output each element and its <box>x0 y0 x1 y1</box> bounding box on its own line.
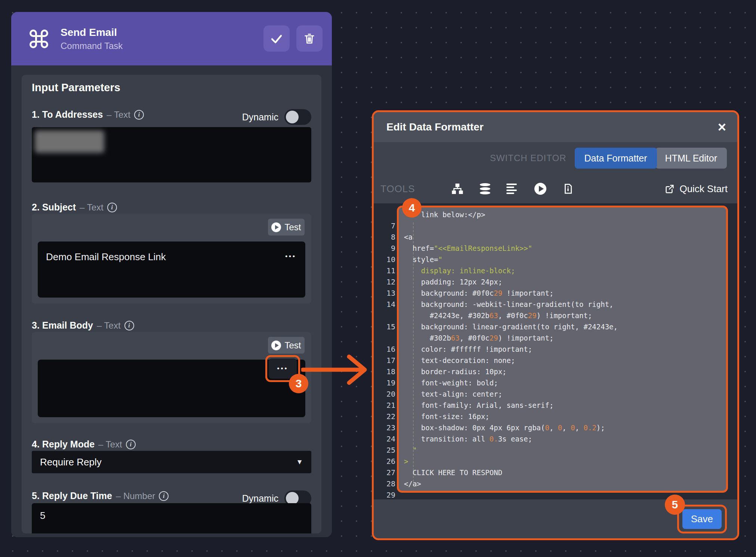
code-line: font-size: 16px; <box>404 411 726 422</box>
command-icon <box>28 28 50 50</box>
modal-title: Edit Data Formatter <box>386 121 718 133</box>
subject-options-button[interactable]: ••• <box>285 253 296 260</box>
sitemap-icon[interactable] <box>451 182 464 195</box>
to-addresses-input[interactable] <box>32 127 311 182</box>
code-line: style=" <box>404 254 726 265</box>
step4-highlight-outline[interactable]: link below:</p><a href="<<EmailResponseL… <box>397 206 728 493</box>
confirm-button[interactable] <box>263 25 290 52</box>
code-line: link below:</p> <box>404 209 726 220</box>
subject-test-button[interactable]: Test <box>268 219 305 236</box>
line-number <box>374 310 395 321</box>
tools-row: TOOLS Quick Start <box>374 174 737 203</box>
code-line: </a> <box>404 478 726 489</box>
database-icon[interactable] <box>479 182 491 195</box>
line-number: 16 <box>374 344 395 355</box>
code-editor: 7891011121314151617181920212223242526272… <box>374 203 737 499</box>
code-line: font-weight: bold; <box>404 377 726 388</box>
tools-label: TOOLS <box>380 183 415 195</box>
play-icon <box>271 222 281 232</box>
code-line: text-decoration: none; <box>404 355 726 366</box>
code-line: background: -webkit-linear-gradient(to r… <box>404 299 726 310</box>
code-line: text-align: center; <box>404 388 726 400</box>
field-label-reply-mode: 4. Reply Mode – Text i <box>32 439 136 450</box>
line-number <box>374 209 395 220</box>
reply-mode-value: Require Reply <box>40 456 296 468</box>
email-body-test-button[interactable]: Test <box>268 337 305 354</box>
info-icon[interactable]: i <box>126 440 136 449</box>
line-number: 25 <box>374 444 395 456</box>
toggle-knob <box>286 492 299 505</box>
align-left-icon[interactable] <box>506 182 519 195</box>
play-circle-icon[interactable] <box>534 182 547 195</box>
task-card-header: Send Email Command Task <box>11 12 332 65</box>
modal-footer: Save 5 <box>374 499 737 538</box>
line-number: 17 <box>374 355 395 366</box>
line-number: 27 <box>374 467 395 478</box>
line-number: 26 <box>374 456 395 467</box>
line-number: 21 <box>374 400 395 411</box>
annotation-badge-4: 4 <box>402 198 422 218</box>
reply-due-time-input[interactable]: 5 <box>32 503 311 533</box>
indent-guide <box>413 222 414 486</box>
code-line: #24243e, #302b63, #0f0c29) !important; <box>404 310 726 321</box>
code-line: border-radius: 10px; <box>404 366 726 377</box>
field-label-email-body: 3. Email Body – Text i <box>32 320 134 331</box>
line-number: 14 <box>374 299 395 310</box>
edit-data-formatter-modal: Edit Data Formatter × SWITCH EDITOR Data… <box>372 110 739 540</box>
close-icon[interactable]: × <box>718 120 726 134</box>
toggle-knob <box>286 111 299 123</box>
line-number: 12 <box>374 276 395 287</box>
save-button[interactable]: Save <box>682 509 722 529</box>
redacted-email-chip <box>35 130 104 153</box>
task-subtitle: Command Task <box>61 41 123 51</box>
info-icon[interactable]: i <box>159 491 169 501</box>
dynamic-toggle[interactable] <box>284 109 311 125</box>
delete-button[interactable] <box>296 25 323 52</box>
file-info-icon[interactable] <box>562 182 574 195</box>
code-line: background: #0f0c29 !important; <box>404 287 726 299</box>
editor-gutter: 7891011121314151617181920212223242526272… <box>374 209 395 501</box>
task-title: Send Email <box>61 27 123 39</box>
line-number: 19 <box>374 377 395 388</box>
step3-arrow <box>301 353 373 387</box>
editor-tabs: Data Formatter HTML Editor <box>575 148 727 169</box>
code-line: padding: 12px 24px; <box>404 276 726 287</box>
switch-editor-row: SWITCH EDITOR Data Formatter HTML Editor <box>374 142 737 174</box>
subject-editor[interactable]: Demo Email Response Link ••• <box>38 241 305 298</box>
step5-highlight-outline: Save 5 <box>677 505 727 533</box>
reply-mode-select[interactable]: Require Reply ▼ <box>32 451 311 473</box>
section-title: Input Parameters <box>32 81 120 94</box>
code-line: href="<<EmailResponseLink>>" <box>404 243 726 254</box>
tab-html-editor[interactable]: HTML Editor <box>655 148 727 169</box>
info-icon[interactable]: i <box>134 110 144 120</box>
field-label-to-addresses: 1. To Addresses – Text i <box>32 109 144 120</box>
line-number: 11 <box>374 265 395 276</box>
code-line: transition: all 0.3s ease; <box>404 433 726 444</box>
line-number: 7 <box>374 220 395 231</box>
info-icon[interactable]: i <box>107 203 117 212</box>
code-line: color: #ffffff !important; <box>404 344 726 355</box>
info-icon[interactable]: i <box>124 321 134 330</box>
switch-editor-label: SWITCH EDITOR <box>490 153 567 163</box>
send-email-task-card: Send Email Command Task Input Parameters <box>11 12 332 537</box>
check-icon <box>270 32 283 45</box>
line-number: 29 <box>374 489 395 501</box>
line-number <box>374 332 395 344</box>
subject-value: Demo Email Response Link <box>46 251 166 263</box>
line-number: 8 <box>374 231 395 243</box>
code-line: background: linear-gradient(to right, #2… <box>404 321 726 332</box>
line-number: 22 <box>374 411 395 422</box>
line-number: 20 <box>374 388 395 400</box>
line-number: 24 <box>374 433 395 444</box>
code-line <box>404 220 726 231</box>
play-icon <box>271 341 281 350</box>
code-line: " <box>404 444 726 456</box>
line-number: 15 <box>374 321 395 332</box>
annotation-badge-3: 3 <box>289 374 308 393</box>
modal-header: Edit Data Formatter × <box>374 112 737 142</box>
code-line: <a <box>404 231 726 243</box>
tab-data-formatter[interactable]: Data Formatter <box>575 148 657 169</box>
quick-start-button[interactable]: Quick Start <box>664 183 728 195</box>
dropdown-caret-icon: ▼ <box>296 458 303 466</box>
field-label-reply-due-time: 5. Reply Due Time – Number i <box>32 490 169 501</box>
